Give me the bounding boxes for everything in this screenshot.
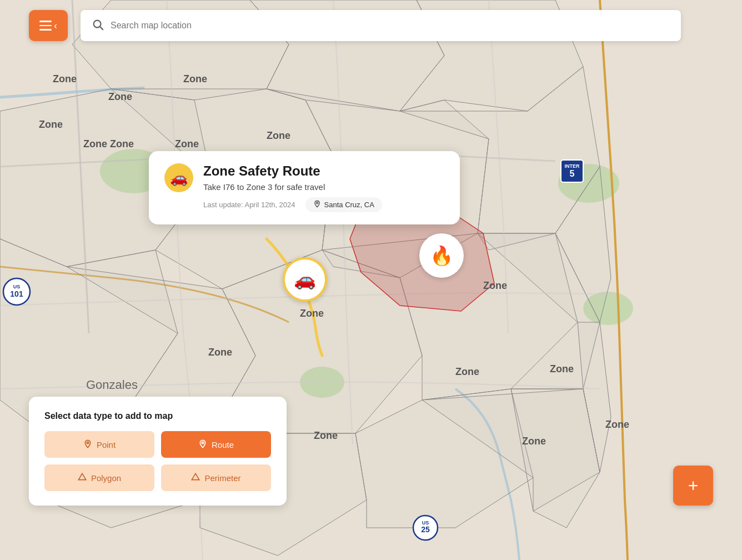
data-type-grid: Point Route Polygon: [44, 431, 271, 491]
svg-text:Zone: Zone: [267, 130, 290, 141]
point-button[interactable]: Point: [44, 431, 154, 458]
svg-text:Zone: Zone: [483, 280, 507, 291]
popup-content: Zone Safety Route Take I76 to Zone 3 for…: [203, 163, 444, 212]
svg-point-59: [202, 442, 203, 443]
svg-text:25: 25: [421, 525, 430, 534]
svg-text:Zone: Zone: [208, 347, 232, 358]
polygon-button[interactable]: Polygon: [44, 464, 154, 491]
svg-text:Zone: Zone: [108, 91, 132, 102]
search-icon: [92, 18, 104, 33]
route-button[interactable]: Route: [161, 431, 271, 458]
perimeter-button[interactable]: Perimeter: [161, 464, 271, 491]
polygon-icon: [78, 473, 87, 483]
svg-text:US: US: [13, 284, 21, 289]
info-popup: 🚗 Zone Safety Route Take I76 to Zone 3 f…: [149, 151, 460, 224]
svg-text:Zone Zone: Zone Zone: [83, 138, 134, 149]
collapse-icon: ‹: [54, 20, 57, 32]
fire-map-marker[interactable]: 🔥: [419, 233, 464, 278]
svg-text:Zone: Zone: [53, 73, 77, 84]
svg-text:Zone: Zone: [39, 119, 63, 130]
svg-text:Zone: Zone: [175, 138, 199, 149]
location-text: Santa Cruz, CA: [324, 201, 374, 209]
svg-point-58: [87, 442, 88, 443]
svg-text:Zone: Zone: [183, 73, 207, 84]
plus-icon: +: [688, 476, 699, 496]
route-label: Route: [212, 440, 234, 449]
menu-button[interactable]: ‹: [29, 10, 68, 41]
point-icon: [83, 439, 92, 450]
svg-text:Zone: Zone: [314, 430, 338, 441]
popup-title: Zone Safety Route: [203, 163, 444, 179]
perimeter-label: Perimeter: [204, 473, 240, 483]
popup-location: Santa Cruz, CA: [305, 197, 382, 212]
svg-line-56: [100, 27, 103, 29]
popup-date: Last update: April 12th, 2024: [203, 201, 295, 209]
bottom-panel: Select data type to add to map Point: [29, 397, 287, 506]
popup-meta: Last update: April 12th, 2024 Santa Cruz…: [203, 197, 444, 212]
route-icon: [198, 439, 207, 450]
svg-text:Gonzales: Gonzales: [86, 378, 138, 392]
car-map-marker[interactable]: 🚗: [283, 257, 327, 302]
svg-text:Zone: Zone: [522, 436, 546, 447]
svg-text:Zone: Zone: [550, 363, 574, 374]
fire-marker-icon: 🔥: [430, 244, 453, 267]
car-marker-icon: 🚗: [294, 269, 316, 290]
svg-point-57: [316, 202, 318, 204]
perimeter-icon: [191, 473, 200, 483]
svg-text:5: 5: [570, 169, 575, 178]
svg-text:101: 101: [10, 289, 23, 298]
add-button[interactable]: +: [673, 466, 713, 506]
map-container: Zone Zone Zone Zone Zone Zone Zone Zone …: [0, 0, 742, 560]
popup-subtitle: Take I76 to Zone 3 for safe travel: [203, 182, 444, 192]
location-icon: [313, 200, 321, 209]
panel-title: Select data type to add to map: [44, 411, 271, 421]
search-bar: [81, 10, 681, 41]
svg-text:Zone: Zone: [455, 366, 479, 377]
svg-text:INTER: INTER: [565, 163, 580, 169]
search-input[interactable]: [111, 21, 670, 31]
svg-text:Zone: Zone: [605, 419, 629, 430]
popup-icon: 🚗: [164, 163, 193, 192]
polygon-label: Polygon: [91, 473, 121, 483]
svg-text:Zone: Zone: [300, 308, 324, 319]
hamburger-icon: [39, 21, 52, 31]
car-icon: 🚗: [170, 169, 188, 187]
point-label: Point: [97, 440, 116, 449]
